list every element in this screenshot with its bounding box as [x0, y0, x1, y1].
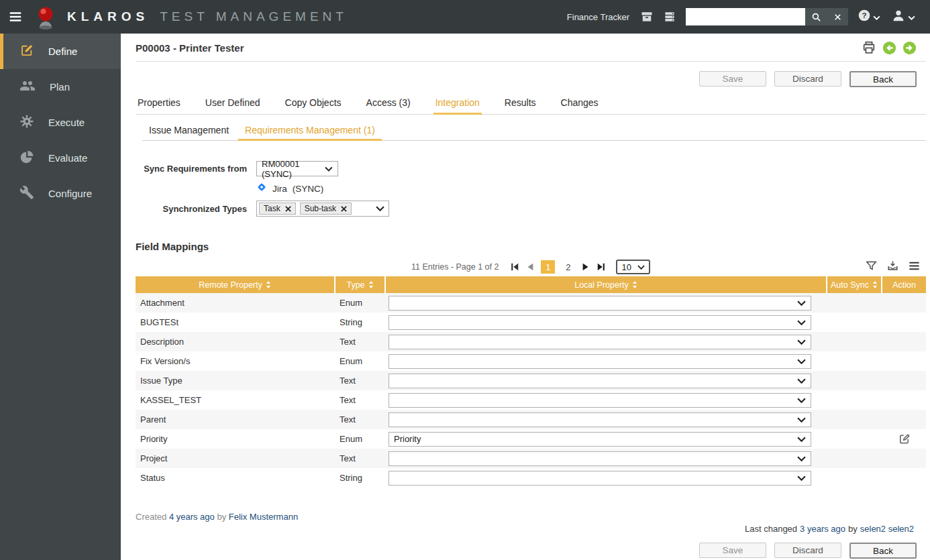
column-header-auto-sync[interactable]: Auto Sync	[827, 276, 882, 293]
changed-prefix: Last changed	[745, 524, 797, 534]
subtab-issue-management[interactable]: Issue Management	[142, 121, 236, 141]
klaros-app: KLAROS TEST MANAGEMENT Finance Tracker ?	[0, 0, 930, 560]
gear-icon	[19, 114, 34, 131]
server-list-icon[interactable]	[663, 10, 676, 23]
remote-property-cell: BUGTESt	[136, 317, 335, 327]
local-property-select[interactable]	[389, 296, 811, 311]
type-cell: String	[335, 317, 386, 327]
column-header-local-property[interactable]: Local Property	[386, 276, 827, 293]
search-icon[interactable]	[805, 8, 827, 25]
tab-access[interactable]: Access (3)	[364, 91, 413, 115]
save-button[interactable]: Save	[699, 71, 766, 87]
created-user-link[interactable]: Felix Mustermann	[229, 512, 298, 522]
users-icon	[19, 78, 36, 97]
synchronized-types-label: Synchronized Types	[136, 204, 247, 214]
first-page-icon[interactable]	[510, 262, 519, 272]
local-property-select[interactable]	[389, 393, 811, 408]
sidebar-item-configure[interactable]: Configure	[0, 176, 121, 211]
column-header-remote-property[interactable]: Remote Property	[136, 276, 335, 293]
edit-mapping-icon[interactable]	[898, 433, 910, 445]
table-row: Parent Text	[136, 410, 926, 429]
changed-time-link[interactable]: 3 years ago	[800, 524, 845, 534]
edit-icon	[19, 43, 34, 60]
field-mappings-heading: Field Mappings	[136, 241, 926, 252]
sidebar-item-evaluate[interactable]: Evaluate	[0, 140, 121, 176]
user-menu[interactable]	[891, 8, 915, 25]
type-chip: Sub-task	[300, 203, 352, 215]
help-menu[interactable]: ?	[858, 9, 880, 25]
tab-user-defined[interactable]: User Defined	[203, 91, 262, 115]
tab-integration[interactable]: Integration	[433, 91, 482, 115]
local-property-select[interactable]	[389, 315, 811, 330]
field-mappings-body: Attachment Enum BUGTESt String Descripti…	[136, 293, 926, 488]
local-property-cell: Priority	[386, 432, 827, 447]
page-size-select[interactable]: 10	[616, 260, 650, 274]
clear-search-icon[interactable]	[827, 8, 848, 25]
tab-results[interactable]: Results	[503, 91, 538, 115]
column-header-type[interactable]: Type	[335, 276, 386, 293]
subtab-requirements-management[interactable]: Requirements Management (1)	[238, 121, 382, 141]
local-property-select[interactable]	[389, 471, 811, 486]
import-icon[interactable]	[886, 260, 899, 272]
tab-properties[interactable]: Properties	[136, 91, 183, 115]
type-cell: Text	[335, 395, 386, 405]
remove-chip-icon[interactable]	[285, 206, 291, 212]
remote-property-cell: KASSEL_TEST	[136, 395, 335, 405]
created-prefix: Created	[136, 512, 166, 522]
sync-requirements-select[interactable]: RM00001 (SYNC)	[256, 161, 338, 176]
sidebar-item-label: Plan	[50, 81, 70, 93]
next-object-icon[interactable]	[902, 41, 917, 55]
remote-property-cell: Attachment	[136, 298, 335, 308]
back-button[interactable]: Back	[849, 543, 917, 559]
local-property-select[interactable]	[389, 412, 811, 427]
changed-by-word: by	[848, 524, 858, 534]
top-action-buttons: Save Discard Back	[136, 71, 917, 87]
type-cell: Enum	[335, 356, 386, 366]
last-changed-line: Last changed 3 years ago by selen2 selen…	[136, 524, 914, 534]
print-icon[interactable]	[862, 40, 876, 55]
discard-button[interactable]: Discard	[774, 71, 841, 87]
table-menu-icon[interactable]	[908, 260, 921, 272]
save-button[interactable]: Save	[699, 543, 766, 558]
filter-icon[interactable]	[865, 260, 878, 272]
klaros-logo	[32, 3, 59, 30]
synchronized-types-multiselect[interactable]: Task Sub-task	[256, 201, 389, 217]
sort-icon	[266, 281, 271, 288]
local-property-value: Priority	[394, 434, 421, 444]
local-property-select[interactable]	[389, 335, 811, 349]
local-property-select[interactable]	[389, 374, 811, 388]
table-row: Status String	[136, 468, 926, 488]
page-number-2[interactable]: 2	[561, 260, 575, 274]
page-number-1[interactable]: 1	[541, 260, 555, 274]
sidebar-item-plan[interactable]: Plan	[0, 69, 121, 105]
created-time-link[interactable]: 4 years ago	[169, 512, 215, 522]
hamburger-menu-icon[interactable]	[0, 9, 31, 24]
type-cell: Enum	[335, 298, 386, 308]
sync-requirements-label: Sync Requirements from	[136, 164, 247, 174]
tab-copy-objects[interactable]: Copy Objects	[283, 91, 344, 115]
back-button[interactable]: Back	[849, 71, 917, 87]
next-page-icon[interactable]	[581, 262, 590, 272]
last-page-icon[interactable]	[597, 262, 606, 272]
wrench-icon	[19, 185, 34, 203]
remove-chip-icon[interactable]	[341, 206, 347, 212]
sidebar-item-define[interactable]: Define	[0, 34, 121, 69]
sidebar-item-execute[interactable]: Execute	[0, 105, 121, 140]
discard-button[interactable]: Discard	[774, 543, 841, 558]
table-row: BUGTESt String	[136, 313, 926, 332]
page-size-value: 10	[621, 262, 631, 272]
table-header-row: Remote Property Type Local Property Auto…	[136, 276, 926, 293]
page-title-row: P00003 - Printer Tester	[136, 34, 926, 62]
tab-changes[interactable]: Changes	[559, 91, 601, 115]
table-row: Issue Type Text	[136, 371, 926, 390]
archive-icon[interactable]	[640, 10, 654, 23]
changed-user-link[interactable]: selen2 selen2	[860, 524, 914, 534]
pagination-bar: 11 Entries - Page 1 of 2 1 2	[136, 258, 926, 276]
previous-page-icon[interactable]	[525, 262, 535, 272]
sidebar-item-label: Define	[48, 46, 77, 57]
local-property-select[interactable]: Priority	[389, 432, 811, 447]
previous-object-icon[interactable]	[882, 41, 896, 55]
local-property-select[interactable]	[389, 451, 811, 466]
local-property-select[interactable]	[389, 354, 811, 369]
search-input[interactable]	[686, 8, 805, 25]
